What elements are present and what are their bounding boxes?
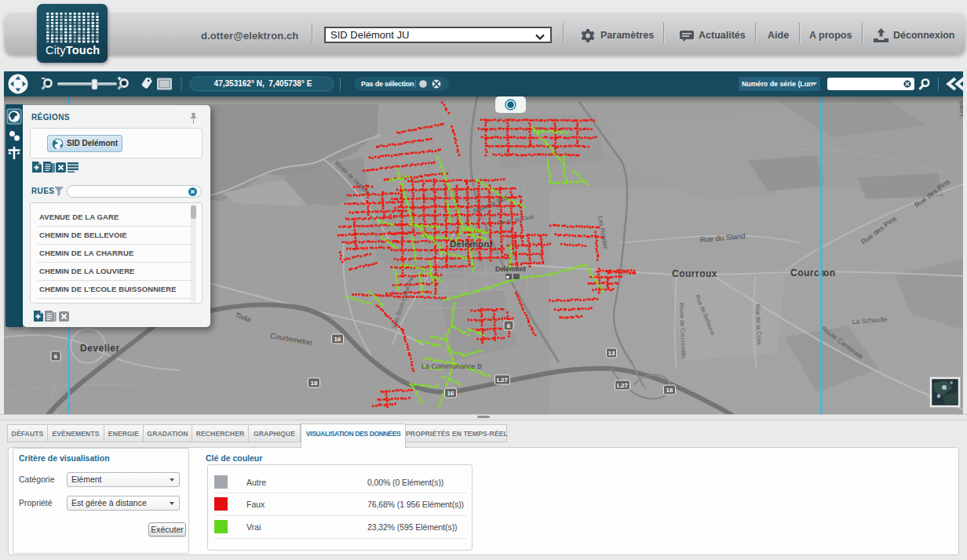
svg-text:La Communance B: La Communance B <box>421 362 482 370</box>
svg-text:13: 13 <box>608 350 615 357</box>
svg-text:16: 16 <box>334 336 341 343</box>
svg-text:16: 16 <box>447 390 454 397</box>
svg-text:47,353162° N, 7,405738° E: 47,353162° N, 7,405738° E <box>214 79 312 88</box>
svg-text:L27: L27 <box>617 382 628 389</box>
svg-text:Delémont: Delémont <box>495 265 526 273</box>
svg-text:6: 6 <box>507 322 511 329</box>
svg-text:L27: L27 <box>497 376 508 384</box>
svg-text:6: 6 <box>54 353 58 360</box>
svg-text:Develier: Develier <box>80 343 120 354</box>
svg-text:Numéro de série (Lun: Numéro de série (Lun <box>742 80 812 88</box>
svg-text:■: ■ <box>506 275 509 279</box>
svg-text:Courroux: Courroux <box>672 268 717 279</box>
svg-text:Cource: Cource <box>790 267 825 278</box>
svg-text:Delémont: Delémont <box>450 239 493 249</box>
svg-text:18: 18 <box>311 380 318 387</box>
svg-text:on: on <box>823 267 836 278</box>
svg-text:Pas de sélection: Pas de sélection <box>361 80 414 88</box>
svg-text:16: 16 <box>666 387 673 394</box>
svg-text:Rue de la Croix: Rue de la Croix <box>754 304 763 345</box>
